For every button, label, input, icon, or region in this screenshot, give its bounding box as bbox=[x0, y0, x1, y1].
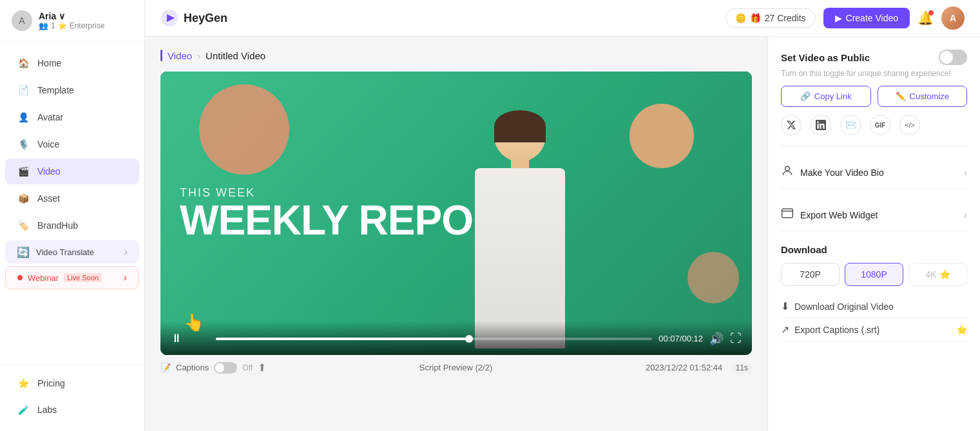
breadcrumb-current: Untitled Video bbox=[206, 50, 265, 61]
video-person bbox=[430, 110, 610, 355]
social-share-row: ✉️ GIF </> bbox=[781, 115, 967, 135]
credits-button[interactable]: 🪙 🎁 27 Credits bbox=[725, 8, 816, 28]
deco-circle-bottomright bbox=[687, 252, 739, 303]
sidebar: A Aria ∨ 👥 1 ⭐ Enterprise 🏠 Home 📄 Templ… bbox=[0, 0, 145, 431]
deco-circle-topright bbox=[629, 104, 694, 168]
copy-link-button[interactable]: 🔗 Copy Link bbox=[781, 86, 871, 107]
download-original-label: Download Original Video bbox=[794, 302, 894, 312]
public-toggle-label: Set Video as Public bbox=[781, 52, 870, 63]
template-icon: 📄 bbox=[17, 84, 30, 97]
nav-label-asset: Asset bbox=[37, 193, 60, 204]
video-bio-icon bbox=[781, 164, 794, 180]
video-timestamp: 2023/12/22 01:52:44 11s bbox=[646, 363, 752, 372]
video-bio-label: Make Your Video Bio bbox=[800, 168, 884, 178]
svg-rect-3 bbox=[782, 209, 793, 217]
labs-icon: 🧪 bbox=[17, 403, 30, 416]
captions-toggle[interactable] bbox=[214, 362, 237, 374]
profile-section[interactable]: A Aria ∨ 👥 1 ⭐ Enterprise bbox=[0, 0, 144, 42]
logo-icon bbox=[160, 9, 178, 27]
profile-sub: 👥 1 ⭐ Enterprise bbox=[39, 21, 104, 30]
progress-thumb bbox=[465, 335, 473, 343]
sidebar-item-labs[interactable]: 🧪 Labs bbox=[5, 397, 139, 423]
sidebar-item-webinar[interactable]: Webinar Live Soon › bbox=[5, 266, 139, 289]
twitter-share-button[interactable] bbox=[781, 115, 802, 135]
gift-icon: 🎁 bbox=[750, 13, 761, 23]
quality-4k-button[interactable]: 4K ⭐ bbox=[908, 263, 967, 286]
cursor-hand: 👆 bbox=[184, 312, 204, 332]
user-avatar[interactable]: A bbox=[941, 6, 965, 30]
nav-label-template: Template bbox=[37, 85, 74, 95]
logo[interactable]: HeyGen bbox=[160, 9, 227, 27]
public-toggle[interactable] bbox=[939, 50, 967, 65]
customize-button[interactable]: ✏️ Customize bbox=[878, 86, 968, 107]
video-controls: ⏸ 👆 00:07/00:12 🔊 ⛶ bbox=[160, 321, 752, 355]
duration-badge: 11s bbox=[732, 362, 752, 374]
main-content: HeyGen 🪙 🎁 27 Credits ▶ Create Video 🔔 A bbox=[145, 0, 980, 431]
sidebar-item-asset[interactable]: 📦 Asset bbox=[5, 186, 139, 211]
download-original-row[interactable]: ⬇ Download Original Video bbox=[781, 295, 967, 318]
embed-share-button[interactable]: </> bbox=[899, 115, 920, 135]
page-area: Video › Untitled Video THIS WEEK WEEKLY … bbox=[145, 37, 980, 431]
nav-label-labs: Labs bbox=[37, 405, 57, 415]
nav-label-video: Video bbox=[37, 166, 61, 177]
export-captions-lock-icon: ⭐ bbox=[956, 325, 967, 335]
video-player: THIS WEEK WEEKLY REPORT bbox=[160, 72, 752, 355]
link-icon: 🔗 bbox=[800, 91, 811, 101]
deco-circle-topleft bbox=[199, 84, 289, 175]
breadcrumb-parent[interactable]: Video bbox=[168, 50, 192, 61]
sidebar-item-video-translate[interactable]: 🔄 Video Translate › bbox=[5, 240, 139, 263]
home-icon: 🏠 bbox=[17, 57, 30, 70]
quality-1080p-button[interactable]: 1080P bbox=[845, 263, 903, 286]
create-video-button[interactable]: ▶ Create Video bbox=[823, 8, 910, 28]
download-section: Download 720P 1080P 4K ⭐ ⬇ Download Orig… bbox=[781, 242, 967, 341]
progress-bar[interactable] bbox=[216, 338, 652, 340]
pause-button[interactable]: ⏸ bbox=[171, 332, 182, 345]
profile-name: Aria ∨ bbox=[39, 11, 104, 21]
quality-720p-button[interactable]: 720P bbox=[781, 263, 840, 286]
avatar-icon: 👤 bbox=[17, 111, 30, 124]
video-background: THIS WEEK WEEKLY REPORT bbox=[160, 72, 752, 355]
sidebar-item-template[interactable]: 📄 Template bbox=[5, 77, 139, 103]
web-widget-label: Export Web Widget bbox=[800, 210, 878, 220]
volume-button[interactable]: 🔊 bbox=[709, 332, 724, 346]
webinar-live-dot bbox=[17, 275, 23, 280]
video-bio-menu-item[interactable]: Make Your Video Bio › bbox=[781, 157, 967, 189]
sidebar-item-video[interactable]: 🎬 Video bbox=[5, 158, 139, 184]
brandhub-icon: 🏷️ bbox=[17, 219, 30, 232]
enterprise-badge: ⭐ bbox=[58, 22, 67, 30]
nav-label-brandhub: BrandHub bbox=[37, 220, 78, 231]
video-translate-icon: 🔄 bbox=[17, 245, 30, 258]
public-toggle-desc: Turn on this toggle for unique sharing e… bbox=[781, 69, 967, 78]
sidebar-item-brandhub[interactable]: 🏷️ BrandHub bbox=[5, 213, 139, 238]
voice-icon: 🎙️ bbox=[17, 138, 30, 151]
notification-bell[interactable]: 🔔 bbox=[918, 10, 934, 26]
sidebar-item-pricing[interactable]: ⭐ Pricing bbox=[5, 370, 139, 396]
linkedin-share-button[interactable] bbox=[811, 115, 831, 135]
script-preview: Script Preview (2/2) bbox=[419, 363, 492, 372]
export-captions-icon: ↗ bbox=[781, 323, 789, 336]
sidebar-item-avatar[interactable]: 👤 Avatar bbox=[5, 104, 139, 130]
breadcrumb: Video › Untitled Video bbox=[160, 50, 752, 61]
web-widget-menu-item[interactable]: Export Web Widget › bbox=[781, 199, 967, 231]
fullscreen-button[interactable]: ⛶ bbox=[730, 332, 742, 345]
nav-label-avatar: Avatar bbox=[37, 112, 63, 122]
download-title: Download bbox=[781, 244, 967, 255]
email-share-button[interactable]: ✉️ bbox=[840, 115, 861, 135]
video-icon: 🎬 bbox=[17, 165, 30, 178]
avatar: A bbox=[12, 10, 32, 31]
captions-label: Captions bbox=[176, 363, 209, 372]
chevron-right-icon: › bbox=[964, 167, 967, 178]
nav-label-voice: Voice bbox=[37, 139, 59, 149]
export-captions-row[interactable]: ↗ Export Captions (.srt) ⭐ bbox=[781, 318, 967, 341]
video-plus-icon: ▶ bbox=[835, 13, 842, 23]
sidebar-item-home[interactable]: 🏠 Home bbox=[5, 50, 139, 76]
upload-icon[interactable]: ⬆ bbox=[258, 361, 266, 374]
video-main: Video › Untitled Video THIS WEEK WEEKLY … bbox=[145, 37, 767, 431]
sidebar-item-voice[interactable]: 🎙️ Voice bbox=[5, 131, 139, 157]
lock-icon: ⭐ bbox=[939, 269, 950, 280]
svg-point-2 bbox=[785, 166, 790, 171]
gif-share-button[interactable]: GIF bbox=[870, 115, 890, 135]
pricing-icon: ⭐ bbox=[17, 377, 30, 390]
nav-label-pricing: Pricing bbox=[37, 378, 65, 388]
customize-icon: ✏️ bbox=[896, 91, 906, 101]
